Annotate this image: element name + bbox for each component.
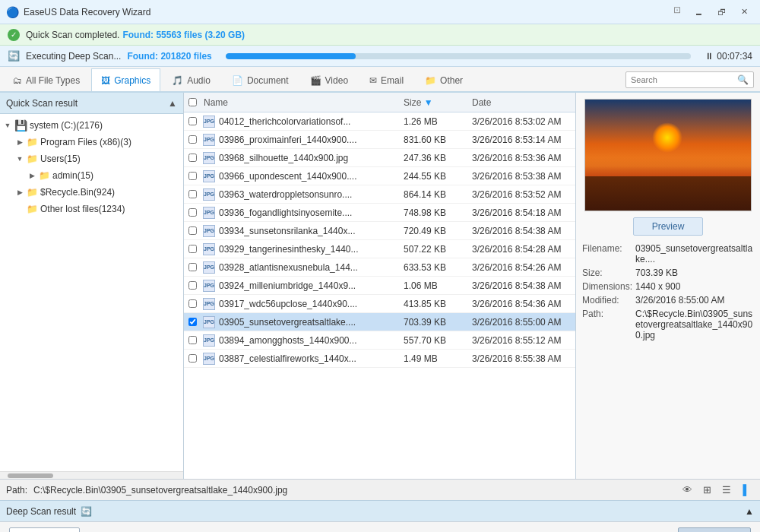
document-icon: 📄 <box>232 75 243 86</box>
file-row[interactable]: JPG 03936_fogandlightsinyosemite.... 748… <box>184 204 575 222</box>
tree-scroll-thumb[interactable] <box>8 473 53 478</box>
close-button[interactable]: ✕ <box>734 5 754 20</box>
file-row[interactable]: JPG 03968_silhouette_1440x900.jpg 247.36… <box>184 149 575 167</box>
tab-email[interactable]: ✉ Email <box>359 68 413 91</box>
row-check-10[interactable] <box>184 299 201 308</box>
file-checkbox-5[interactable] <box>188 208 197 217</box>
size-value: 703.39 KB <box>635 268 754 278</box>
path-value: C:\$Recycle.Bin\03905_sunsetovergreatsal… <box>635 309 754 340</box>
file-row[interactable]: JPG 03928_atlantisnexusnebula_144... 633… <box>184 258 575 277</box>
file-list-header: Name Size ▼ Date <box>184 93 575 112</box>
back-button[interactable]: ← ← Back <box>9 527 80 533</box>
email-icon: ✉ <box>369 75 377 86</box>
preview-button[interactable]: Preview <box>633 217 704 236</box>
eye-icon-button[interactable]: 👁 <box>679 483 695 498</box>
row-check-6[interactable] <box>184 226 201 235</box>
file-row[interactable]: JPG 03905_sunsetovergreatsaltlake.... 70… <box>184 313 575 331</box>
file-row[interactable]: JPG 03963_waterdroppletsonsunro.... 864.… <box>184 185 575 204</box>
tab-document[interactable]: 📄 Document <box>222 68 299 91</box>
file-row[interactable]: JPG 03887_celestialfireworks_1440x... 1.… <box>184 350 575 368</box>
recover-button[interactable]: Recover... <box>678 527 751 533</box>
modified-value: 3/26/2016 8:55:00 AM <box>635 295 754 306</box>
file-checkbox-10[interactable] <box>188 299 197 308</box>
hdd-icon: 💾 <box>14 119 27 131</box>
col-header-date[interactable]: Date <box>469 97 575 108</box>
file-checkbox-4[interactable] <box>188 190 197 198</box>
file-checkbox-12[interactable] <box>188 336 197 344</box>
file-checkbox-8[interactable] <box>188 263 197 271</box>
tree-item-recycle[interactable]: ▶ 📁 $Recycle.Bin(924) <box>0 184 183 201</box>
file-date-cell: 3/26/2016 8:54:38 AM <box>469 226 575 236</box>
col-header-name[interactable]: Name <box>201 97 401 108</box>
file-date-cell: 3/26/2016 8:54:28 AM <box>469 244 575 255</box>
tree-horizontal-scrollbar[interactable] <box>0 471 183 479</box>
file-checkbox-1[interactable] <box>188 135 197 144</box>
collapse-icon[interactable]: ▲ <box>168 98 177 109</box>
tree-item-other-lost[interactable]: 📁 Other lost files(1234) <box>0 201 183 217</box>
search-box[interactable]: 🔍 <box>625 71 754 88</box>
tree-arrow-program: ▶ <box>15 138 24 146</box>
file-row[interactable]: JPG 04012_therichcolorvariationsof... 1.… <box>184 112 575 131</box>
grid-icon-button[interactable]: ⊞ <box>699 483 714 498</box>
deep-scan-collapse-icon[interactable]: ▲ <box>745 506 754 517</box>
file-size-cell: 1.06 MB <box>401 280 469 291</box>
file-size-cell: 413.85 KB <box>401 299 469 309</box>
tab-all-file-types[interactable]: 🗂 All File Types <box>3 68 90 91</box>
app-icon: 🔵 <box>6 6 19 18</box>
row-check-3[interactable] <box>184 172 201 180</box>
file-row[interactable]: JPG 03966_upondescent_1440x900.... 244.5… <box>184 167 575 185</box>
search-input[interactable] <box>631 75 737 84</box>
tree-arrow-admin: ▶ <box>27 172 36 179</box>
file-rows-container: JPG 04012_therichcolorvariationsof... 1.… <box>184 112 575 479</box>
pause-icon[interactable]: ⏸ <box>705 51 714 62</box>
file-checkbox-7[interactable] <box>188 245 197 253</box>
row-check-5[interactable] <box>184 208 201 217</box>
row-check-12[interactable] <box>184 336 201 344</box>
tab-graphics[interactable]: 🖼 Graphics <box>91 68 160 91</box>
col-header-size[interactable]: Size ▼ <box>401 97 469 108</box>
row-check-13[interactable] <box>184 354 201 363</box>
file-size-cell: 557.70 KB <box>401 335 469 346</box>
file-checkbox-6[interactable] <box>188 226 197 235</box>
file-checkbox-2[interactable] <box>188 154 197 162</box>
file-size-cell: 720.49 KB <box>401 226 469 236</box>
file-row[interactable]: JPG 03934_sunsetonsrilanka_1440x... 720.… <box>184 222 575 240</box>
file-row[interactable]: JPG 03917_wdc56upclose_1440x90.... 413.8… <box>184 295 575 313</box>
minimize-button[interactable]: 🗕 <box>689 5 708 20</box>
file-checkbox-13[interactable] <box>188 354 197 363</box>
row-check-9[interactable] <box>184 281 201 290</box>
tree-item-system[interactable]: ▼ 💾 system (C:)(2176) <box>0 117 183 134</box>
tree-item-users[interactable]: ▼ 📁 Users(15) <box>0 150 183 167</box>
tab-other[interactable]: 📁 Other <box>415 68 473 91</box>
maximize-button[interactable]: 🗗 <box>711 5 731 20</box>
tree-item-admin[interactable]: ▶ 📁 admin(15) <box>0 167 183 184</box>
tab-audio[interactable]: 🎵 Audio <box>162 68 220 91</box>
file-name-cell: 03894_amongghosts_1440x900... <box>217 335 401 346</box>
row-check-4[interactable] <box>184 190 201 198</box>
row-check-11[interactable] <box>184 318 201 326</box>
tree-label-recycle: $Recycle.Bin(924) <box>40 187 115 198</box>
row-check-8[interactable] <box>184 263 201 271</box>
list-icon-button[interactable]: ☰ <box>719 483 734 498</box>
tab-video[interactable]: 🎬 Video <box>300 68 358 91</box>
file-checkbox-3[interactable] <box>188 172 197 180</box>
file-row[interactable]: JPG 03986_proximainferi_1440x900.... 831… <box>184 131 575 149</box>
row-check-1[interactable] <box>184 135 201 144</box>
row-check-7[interactable] <box>184 245 201 253</box>
file-checkbox-11[interactable] <box>188 318 197 326</box>
file-details: Filename: 03905_sunsetovergreatsaltlake.… <box>582 243 754 344</box>
tree-item-program-files[interactable]: ▶ 📁 Program Files (x86)(3) <box>0 134 183 150</box>
file-checkbox-0[interactable] <box>188 117 197 125</box>
row-check-2[interactable] <box>184 154 201 162</box>
file-type-icon: JPG <box>203 152 215 164</box>
file-checkbox-9[interactable] <box>188 281 197 290</box>
file-row[interactable]: JPG 03924_milleniumbridge_1440x9... 1.06… <box>184 277 575 295</box>
filter-icon-button[interactable]: ▌ <box>739 483 754 498</box>
file-date-cell: 3/26/2016 8:54:18 AM <box>469 207 575 218</box>
select-all-checkbox[interactable] <box>188 98 197 106</box>
file-date-cell: 3/26/2016 8:55:12 AM <box>469 335 575 346</box>
file-row[interactable]: JPG 03894_amongghosts_1440x900... 557.70… <box>184 331 575 350</box>
file-name-cell: 03966_upondescent_1440x900.... <box>217 171 401 182</box>
file-row[interactable]: JPG 03929_tangerinesinthesky_1440... 507… <box>184 240 575 258</box>
row-check-0[interactable] <box>184 117 201 125</box>
